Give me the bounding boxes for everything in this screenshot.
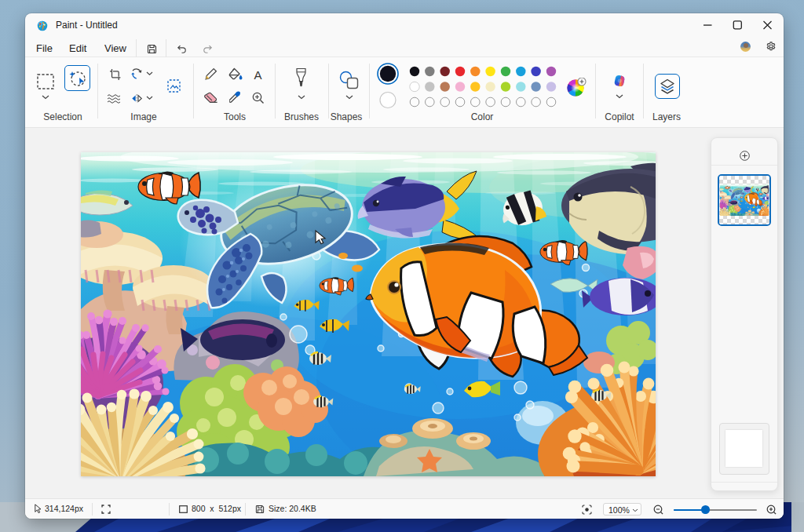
svg-text:A: A (254, 68, 261, 81)
